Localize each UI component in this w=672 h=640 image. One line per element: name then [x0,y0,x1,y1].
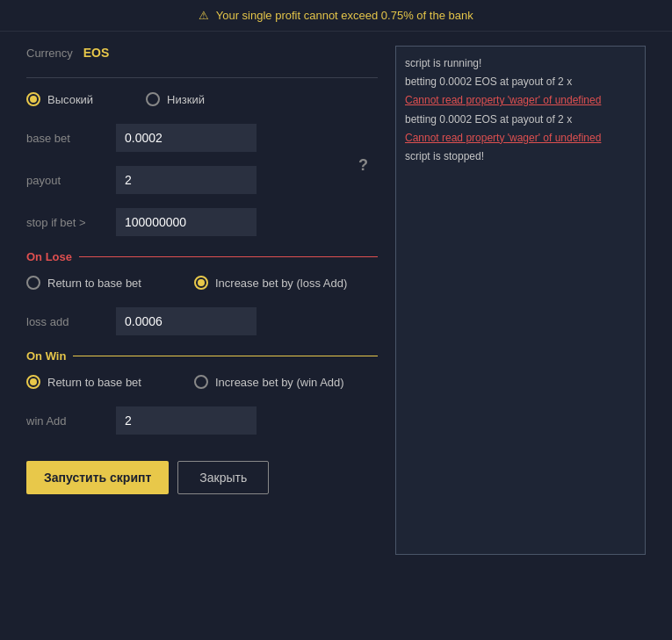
payout-row: payout [26,166,378,194]
win-add-label: win Add [26,414,105,428]
low-radio[interactable]: Низкий [146,92,205,106]
loss-add-label: loss add [26,315,105,328]
stop-if-bet-label: stop if bet > [26,216,105,229]
loss-add-row: loss add [26,307,378,335]
log-line-5: script is stopped! [405,148,636,165]
win-return-radio[interactable]: Return to base bet [26,375,141,389]
on-lose-title: On Lose [26,250,72,263]
log-line-4: Cannot read property 'wager' of undefine… [405,130,636,147]
log-line-1: betting 0.0002 EOS at payout of 2 x [405,74,636,90]
close-button[interactable]: Закрыть [177,461,269,494]
left-panel: Currency EOS Высокий Низкий base bet pay… [26,46,378,555]
log-line-3: betting 0.0002 EOS at payout of 2 x [405,111,636,128]
button-group: Запустить скрипт Закрыть [26,461,378,494]
lose-return-label: Return to base bet [47,277,141,290]
on-win-header: On Win [26,349,378,363]
log-panel: script is running! betting 0.0002 EOS at… [395,46,646,555]
on-win-title: On Win [26,349,66,363]
payout-input[interactable] [116,166,257,194]
on-win-line [73,356,378,356]
stop-if-bet-input[interactable] [116,208,257,236]
log-line-2: Cannot read property 'wager' of undefine… [405,92,636,109]
warning-text: Your single profit cannot exceed 0.75% o… [216,9,473,22]
currency-row: Currency EOS [26,46,378,60]
lose-return-radio[interactable]: Return to base bet [26,276,141,290]
win-return-circle [26,375,40,389]
win-return-label: Return to base bet [47,376,141,389]
lose-return-circle [26,276,40,290]
run-script-button[interactable]: Запустить скрипт [26,461,169,494]
win-add-row: win Add [26,406,378,435]
currency-value: EOS [83,46,110,60]
currency-divider [26,77,378,78]
win-increase-circle [194,375,208,389]
on-lose-header: On Lose [26,250,378,263]
lose-increase-radio[interactable]: Increase bet by (loss Add) [194,276,347,290]
warning-bar: ⚠ Your single profit cannot exceed 0.75%… [0,0,672,32]
currency-label: Currency [26,47,73,60]
base-bet-input[interactable] [116,124,257,152]
bet-type-group: Высокий Низкий [26,92,378,106]
base-bet-row: base bet [26,124,378,152]
loss-add-input[interactable] [116,307,257,335]
payout-label: payout [26,174,105,187]
low-radio-circle [146,92,160,106]
low-radio-label: Низкий [167,93,205,106]
log-line-0: script is running! [405,55,636,72]
win-increase-label: Increase bet by (win Add) [215,376,344,389]
on-lose-line [79,256,378,257]
warning-icon: ⚠ [199,9,209,22]
stop-if-bet-row: stop if bet > [26,208,378,236]
lose-increase-label: Increase bet by (loss Add) [215,277,347,290]
high-radio-circle [26,92,40,106]
question-mark: ? [358,156,368,175]
on-win-radio-group: Return to base bet Increase bet by (win … [26,375,378,389]
high-radio-label: Высокий [47,93,93,106]
high-radio[interactable]: Высокий [26,92,93,106]
lose-increase-circle [194,276,208,290]
win-increase-radio[interactable]: Increase bet by (win Add) [194,375,344,389]
on-lose-radio-group: Return to base bet Increase bet by (loss… [26,276,378,290]
base-bet-label: base bet [26,132,105,145]
win-add-input[interactable] [116,406,257,435]
